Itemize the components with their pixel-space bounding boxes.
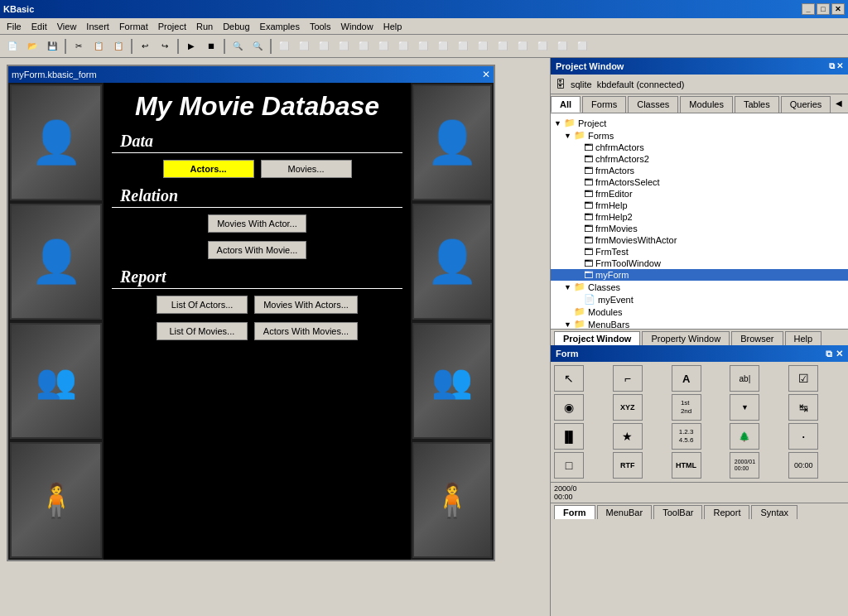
tb-paste[interactable]: 📋 xyxy=(109,37,128,55)
project-window-close-btn[interactable]: ✕ xyxy=(836,61,843,71)
tb-t9[interactable]: ⬜ xyxy=(434,37,452,55)
tab-tables[interactable]: Tables xyxy=(735,96,779,113)
tool-radio[interactable]: ◉ xyxy=(554,394,584,421)
tb-t11[interactable]: ⬜ xyxy=(474,37,492,55)
menu-view[interactable]: View xyxy=(52,20,82,33)
tool-pointer[interactable]: ↖ xyxy=(554,365,584,392)
tb-replace[interactable]: 🔍 xyxy=(248,37,267,55)
tb-t14[interactable]: ⬜ xyxy=(533,37,552,55)
tree-frmactorsselect[interactable]: 🗔 frmActorsSelect xyxy=(551,176,848,188)
list-of-movies-btn[interactable]: List Of Movies... xyxy=(157,322,248,340)
tb-t12[interactable]: ⬜ xyxy=(494,37,512,55)
tb-t5[interactable]: ⬜ xyxy=(354,37,373,55)
tb-t1[interactable]: ⬜ xyxy=(275,37,293,55)
form-bottom-tab-form[interactable]: Form xyxy=(554,505,595,519)
tool-textbox[interactable]: ab| xyxy=(730,365,759,392)
tree-project[interactable]: ▼ 📁 Project xyxy=(551,117,848,129)
menu-format[interactable]: Format xyxy=(114,20,153,33)
form-bottom-tab-toolbar[interactable]: ToolBar xyxy=(653,505,702,519)
tree-menubars[interactable]: ▼ 📁 MenuBars xyxy=(551,318,848,329)
form-bottom-tab-syntax[interactable]: Syntax xyxy=(751,505,797,519)
tb-t10[interactable]: ⬜ xyxy=(454,37,472,55)
tb-save[interactable]: 💾 xyxy=(43,37,61,55)
tb-t13[interactable]: ⬜ xyxy=(513,37,532,55)
tool-dropdown[interactable]: ▼ xyxy=(730,394,759,421)
tb-t8[interactable]: ⬜ xyxy=(414,37,432,55)
tab-modules[interactable]: Modules xyxy=(680,96,733,113)
tb-redo[interactable]: ↪ xyxy=(156,37,174,55)
tree-frmmovies[interactable]: 🗔 frmMovies xyxy=(551,223,848,234)
tab-classes[interactable]: Classes xyxy=(628,96,678,113)
tb-t7[interactable]: ⬜ xyxy=(394,37,412,55)
bottom-tab-browser[interactable]: Browser xyxy=(731,331,783,345)
tree-modules[interactable]: 📁 Modules xyxy=(551,306,848,318)
tool-checkbox[interactable]: ☑ xyxy=(788,365,818,392)
actors-with-movie-btn[interactable]: Actors With Movie... xyxy=(208,241,307,259)
tree-frmeditor[interactable]: 🗔 frmEditor xyxy=(551,188,848,200)
menu-file[interactable]: File xyxy=(2,20,26,33)
tool-line[interactable]: ⌐ xyxy=(613,365,643,392)
bottom-tab-property-window[interactable]: Property Window xyxy=(642,331,730,345)
actors-btn[interactable]: Actors... xyxy=(163,160,254,178)
tool-list[interactable]: 1st2nd xyxy=(672,394,701,421)
tree-classes[interactable]: ▼ 📁 Classes xyxy=(551,281,848,293)
tool-star[interactable]: ★ xyxy=(613,423,643,450)
tb-t4[interactable]: ⬜ xyxy=(335,37,353,55)
tool-dot[interactable]: · xyxy=(788,423,818,450)
menu-edit[interactable]: Edit xyxy=(26,20,52,33)
close-btn[interactable]: ✕ xyxy=(831,3,845,15)
menu-tools[interactable]: Tools xyxy=(305,20,336,33)
tree-myevent[interactable]: 📄 myEvent xyxy=(551,293,848,306)
tool-rectangle[interactable]: □ xyxy=(554,452,584,479)
tool-rtf[interactable]: RTF xyxy=(613,452,643,479)
movies-with-actor-btn[interactable]: Movies With Actor... xyxy=(208,214,306,233)
tab-all[interactable]: All xyxy=(551,96,581,113)
tree-frmmovieswithactor[interactable]: 🗔 frmMoviesWithActor xyxy=(551,234,848,246)
tb-t3[interactable]: ⬜ xyxy=(315,37,333,55)
tool-datetime[interactable]: 2000/0100:00 xyxy=(730,452,759,479)
tree-frmhelp[interactable]: 🗔 frmHelp xyxy=(551,200,848,211)
form-panel-float-btn[interactable]: ⧉ xyxy=(826,349,832,359)
tool-html[interactable]: HTML xyxy=(672,452,701,479)
tree-frmhelp2[interactable]: 🗔 frmHelp2 xyxy=(551,211,848,223)
tool-xyz[interactable]: XYZ xyxy=(613,394,643,421)
menu-window[interactable]: Window xyxy=(336,20,378,33)
tb-t15[interactable]: ⬜ xyxy=(553,37,571,55)
tb-t6[interactable]: ⬜ xyxy=(374,37,393,55)
tree-forms[interactable]: ▼ 📁 Forms xyxy=(551,129,848,142)
bottom-tab-project-window[interactable]: Project Window xyxy=(554,331,640,345)
movies-btn[interactable]: Movies... xyxy=(261,160,352,178)
tree-chfrmactors[interactable]: 🗔 chfrmActors xyxy=(551,142,848,153)
tool-time[interactable]: 00:00 xyxy=(788,452,818,479)
form-panel-close-btn[interactable]: ✕ xyxy=(836,349,843,359)
tb-open[interactable]: 📂 xyxy=(23,37,41,55)
form-window-close-btn[interactable]: ✕ xyxy=(482,69,490,80)
maximize-btn[interactable]: □ xyxy=(817,3,830,15)
minimize-btn[interactable]: _ xyxy=(802,3,815,15)
tool-tree[interactable]: 🌲 xyxy=(730,423,759,450)
bottom-tab-help[interactable]: Help xyxy=(785,331,822,345)
menu-help[interactable]: Help xyxy=(378,20,407,33)
tool-frame[interactable]: ▐▌ xyxy=(554,423,584,450)
tb-find[interactable]: 🔍 xyxy=(229,37,247,55)
menu-project[interactable]: Project xyxy=(153,20,191,33)
tool-tab[interactable]: ↹ xyxy=(788,394,818,421)
tb-t16[interactable]: ⬜ xyxy=(573,37,591,55)
tree-frmtoolwindow[interactable]: 🗔 FrmToolWindow xyxy=(551,257,848,269)
tb-t2[interactable]: ⬜ xyxy=(295,37,313,55)
tree-myform[interactable]: 🗔 myForm xyxy=(551,269,848,281)
project-window-float-btn[interactable]: ⧉ xyxy=(829,61,835,71)
menu-insert[interactable]: Insert xyxy=(81,20,114,33)
form-bottom-tab-menubar[interactable]: MenuBar xyxy=(597,505,653,519)
tree-chfrmactors2[interactable]: 🗔 chfrmActors2 xyxy=(551,153,848,165)
tab-prev[interactable]: ◀ xyxy=(832,96,846,113)
menu-examples[interactable]: Examples xyxy=(255,20,305,33)
form-bottom-tab-report[interactable]: Report xyxy=(704,505,749,519)
tb-undo[interactable]: ↩ xyxy=(136,37,154,55)
movies-with-actors-btn[interactable]: Movies With Actors... xyxy=(254,296,358,314)
menu-run[interactable]: Run xyxy=(191,20,218,33)
tb-new[interactable]: 📄 xyxy=(3,37,22,55)
tree-frmactors[interactable]: 🗔 frmActors xyxy=(551,165,848,176)
actors-with-movies-btn[interactable]: Actors With Movies... xyxy=(254,322,358,340)
tb-stop[interactable]: ⏹ xyxy=(202,37,220,55)
